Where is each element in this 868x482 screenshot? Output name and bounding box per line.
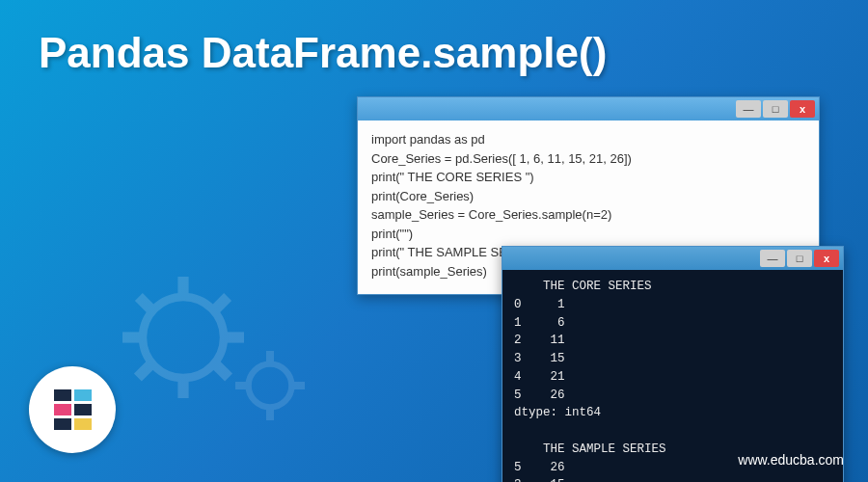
terminal-titlebar: — □ x xyxy=(502,247,843,270)
close-button[interactable]: x xyxy=(814,250,839,267)
code-window-titlebar: — □ x xyxy=(358,97,819,120)
svg-rect-3 xyxy=(122,332,143,342)
svg-rect-12 xyxy=(235,382,248,389)
maximize-button[interactable]: □ xyxy=(787,250,812,267)
svg-rect-2 xyxy=(177,378,188,398)
svg-rect-11 xyxy=(266,408,274,420)
svg-rect-1 xyxy=(177,277,188,297)
minimize-button[interactable]: — xyxy=(760,250,785,267)
code-line: Core_Series = pd.Series([ 1, 6, 11, 15, … xyxy=(371,149,805,169)
gear-decoration-small-icon xyxy=(231,347,309,424)
svg-point-9 xyxy=(249,364,292,408)
educba-logo xyxy=(29,366,116,453)
code-line: print(" THE CORE SERIES ") xyxy=(371,168,805,187)
terminal-output-window: — □ x THE CORE SERIES 0 1 1 6 2 11 3 15 … xyxy=(502,246,844,482)
terminal-body: THE CORE SERIES 0 1 1 6 2 11 3 15 4 21 5… xyxy=(502,270,843,482)
close-button[interactable]: x xyxy=(790,100,815,118)
svg-rect-13 xyxy=(292,382,305,389)
svg-rect-4 xyxy=(224,332,244,342)
svg-rect-10 xyxy=(266,351,274,363)
website-url-text: www.educba.com xyxy=(738,452,844,468)
code-line: print("") xyxy=(371,225,805,244)
code-line: import pandas as pd xyxy=(371,130,805,149)
code-line: sample_Series = Core_Series.sample(n=2) xyxy=(371,205,805,225)
logo-bars-icon xyxy=(54,389,92,430)
minimize-button[interactable]: — xyxy=(736,100,761,118)
page-title: Pandas DataFrame.sample() xyxy=(39,29,607,77)
maximize-button[interactable]: □ xyxy=(763,100,788,118)
gear-decoration-icon xyxy=(116,270,251,405)
code-line: print(Core_Series) xyxy=(371,187,805,206)
